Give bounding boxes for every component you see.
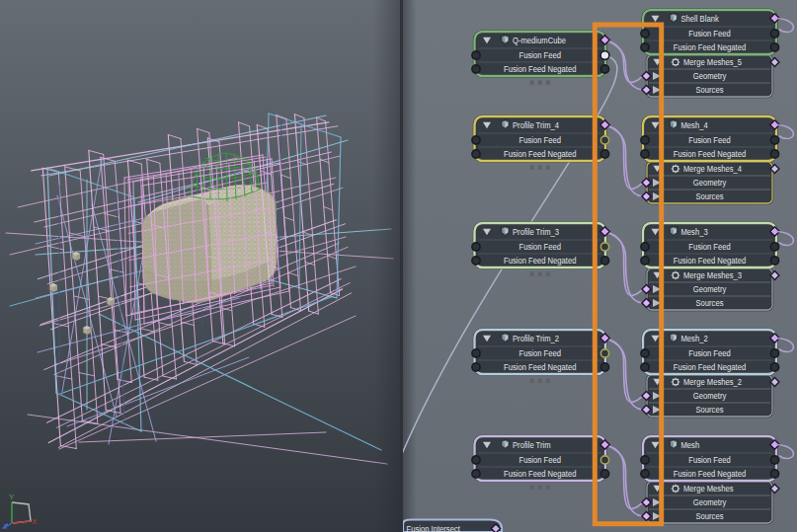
svg-text:Sources: Sources	[696, 85, 724, 95]
svg-text:Fusion Feed: Fusion Feed	[519, 348, 562, 358]
svg-text:Merge Meshes_4: Merge Meshes_4	[683, 164, 742, 174]
svg-text:X: X	[32, 517, 38, 526]
svg-text:Fusion Feed Negated: Fusion Feed Negated	[674, 149, 747, 159]
svg-text:Profile Trim_4: Profile Trim_4	[513, 120, 559, 130]
svg-text:Fusion Feed Negated: Fusion Feed Negated	[504, 256, 577, 266]
svg-text:Geometry: Geometry	[693, 391, 727, 401]
svg-text:Mesh_2: Mesh_2	[681, 334, 708, 343]
svg-text:Profile Trim_3: Profile Trim_3	[513, 227, 559, 237]
svg-text:Fusion Feed Negated: Fusion Feed Negated	[504, 469, 577, 479]
svg-text:Merge Meshes_2: Merge Meshes_2	[683, 377, 742, 387]
svg-text:Fusion Feed: Fusion Feed	[688, 348, 731, 358]
svg-text:Fusion Feed: Fusion Feed	[519, 135, 562, 145]
svg-text:Geometry: Geometry	[693, 284, 727, 294]
svg-text:Sources: Sources	[696, 191, 724, 201]
svg-text:Merge Meshes: Merge Meshes	[683, 484, 734, 494]
svg-text:Fusion Feed: Fusion Feed	[519, 242, 562, 252]
svg-text:Q-mediumCube: Q-mediumCube	[513, 36, 566, 45]
svg-text:Fusion Intersect: Fusion Intersect	[407, 524, 461, 532]
svg-text:Sources: Sources	[696, 511, 724, 521]
svg-text:Merge Meshes_5: Merge Meshes_5	[683, 57, 742, 67]
svg-text:Geometry: Geometry	[693, 497, 727, 507]
svg-text:Fusion Feed Negated: Fusion Feed Negated	[504, 362, 577, 372]
svg-text:Fusion Feed Negated: Fusion Feed Negated	[674, 256, 747, 266]
svg-text:Fusion Feed Negated: Fusion Feed Negated	[504, 64, 577, 74]
svg-text:Fusion Feed: Fusion Feed	[688, 455, 731, 465]
svg-text:Merge Meshes_3: Merge Meshes_3	[683, 270, 742, 280]
svg-text:Fusion Feed: Fusion Feed	[519, 455, 562, 465]
svg-text:Fusion Feed Negated: Fusion Feed Negated	[674, 469, 747, 479]
svg-text:Fusion Feed: Fusion Feed	[519, 50, 562, 60]
svg-text:Mesh_4: Mesh_4	[681, 120, 708, 130]
svg-text:Mesh_3: Mesh_3	[681, 227, 708, 237]
svg-text:Fusion Feed: Fusion Feed	[688, 29, 731, 38]
svg-text:Sources: Sources	[696, 298, 724, 308]
svg-text:Profile Trim: Profile Trim	[513, 440, 551, 450]
svg-text:Fusion Feed Negated: Fusion Feed Negated	[674, 362, 747, 372]
svg-text:Mesh: Mesh	[681, 440, 700, 450]
svg-text:Sources: Sources	[696, 405, 724, 415]
svg-text:Fusion Feed Negated: Fusion Feed Negated	[674, 42, 747, 52]
svg-text:Shell Blank: Shell Blank	[681, 14, 720, 24]
svg-text:Geometry: Geometry	[693, 178, 727, 188]
svg-text:Y: Y	[9, 493, 15, 501]
svg-text:Profile Trim_2: Profile Trim_2	[513, 334, 559, 343]
svg-text:Fusion Feed: Fusion Feed	[688, 242, 731, 252]
svg-text:Geometry: Geometry	[693, 71, 727, 81]
svg-text:Fusion Feed: Fusion Feed	[688, 135, 731, 145]
svg-text:Fusion Feed Negated: Fusion Feed Negated	[504, 149, 577, 159]
